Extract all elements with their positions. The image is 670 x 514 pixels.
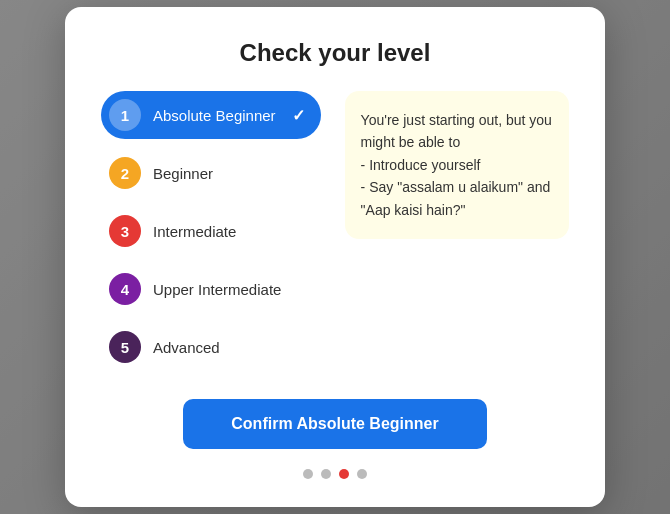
description-line3: - Say "assalam u alaikum" and "Aap kaisi…: [361, 179, 551, 217]
modal-title: Check your level: [101, 39, 569, 67]
pagination-dots: [101, 469, 569, 479]
modal-body: 1Absolute Beginner✓2Beginner3Intermediat…: [101, 91, 569, 371]
modal: Check your level 1Absolute Beginner✓2Beg…: [65, 7, 605, 507]
level-label-5: Advanced: [153, 339, 220, 356]
checkmark-icon: ✓: [292, 106, 305, 125]
level-item-2[interactable]: 2Beginner: [101, 149, 321, 197]
description-line2: - Introduce yourself: [361, 157, 481, 173]
level-badge-5: 5: [109, 331, 141, 363]
pagination-dot-1[interactable]: [303, 469, 313, 479]
pagination-dot-3[interactable]: [339, 469, 349, 479]
level-label-2: Beginner: [153, 165, 213, 182]
confirm-button[interactable]: Confirm Absolute Beginner: [183, 399, 486, 449]
level-badge-1: 1: [109, 99, 141, 131]
pagination-dot-4[interactable]: [357, 469, 367, 479]
level-badge-4: 4: [109, 273, 141, 305]
level-label-4: Upper Intermediate: [153, 281, 281, 298]
level-item-5[interactable]: 5Advanced: [101, 323, 321, 371]
description-line1: You're just starting out, but you might …: [361, 112, 552, 150]
description-box: You're just starting out, but you might …: [345, 91, 569, 239]
level-badge-3: 3: [109, 215, 141, 247]
level-label-3: Intermediate: [153, 223, 236, 240]
level-badge-2: 2: [109, 157, 141, 189]
pagination-dot-2[interactable]: [321, 469, 331, 479]
level-item-4[interactable]: 4Upper Intermediate: [101, 265, 321, 313]
level-item-1[interactable]: 1Absolute Beginner✓: [101, 91, 321, 139]
level-item-3[interactable]: 3Intermediate: [101, 207, 321, 255]
level-label-1: Absolute Beginner: [153, 107, 276, 124]
levels-list: 1Absolute Beginner✓2Beginner3Intermediat…: [101, 91, 321, 371]
